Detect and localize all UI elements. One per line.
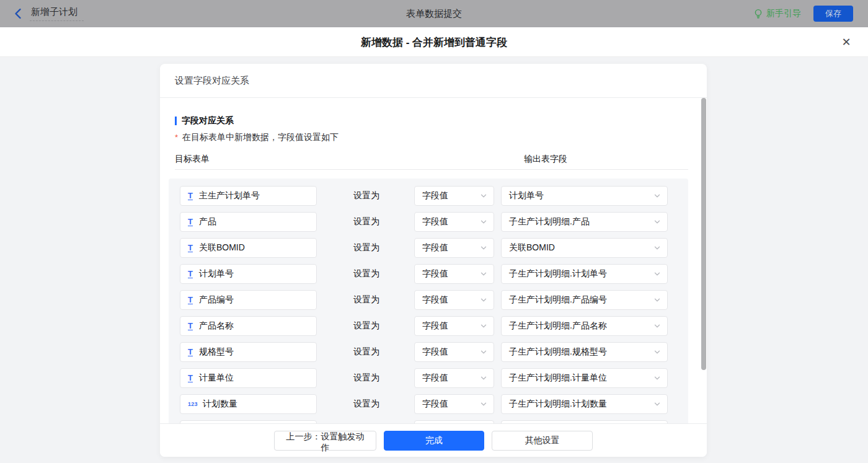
field-mapping-panel: 设置字段对应关系 字段对应关系 * 在目标表单中新增数据，字段值设置如下 目标表…	[160, 64, 707, 457]
value-type-select[interactable]: 字段值	[414, 238, 494, 258]
section-title: 字段对应关系	[182, 115, 234, 126]
target-field-box[interactable]: T规格型号	[180, 342, 317, 362]
output-field-value: 子生产计划明细.产品	[509, 216, 590, 227]
target-field-box[interactable]: T计划单号	[180, 264, 317, 284]
chevron-down-icon	[480, 400, 487, 408]
chevron-down-icon	[653, 192, 661, 200]
value-type-select[interactable]: 字段值	[414, 316, 494, 336]
beginner-guide-link[interactable]: 新手引导	[754, 8, 801, 19]
chevron-down-icon	[653, 322, 661, 330]
chevron-down-icon	[480, 270, 487, 278]
value-type-select[interactable]: 字段值	[414, 186, 494, 206]
target-field-box[interactable]: T产品编号	[180, 290, 317, 310]
set-as-label: 设置为	[353, 287, 379, 313]
set-as-label: 设置为	[353, 365, 379, 391]
chevron-down-icon	[653, 296, 661, 304]
text-field-icon: T	[188, 270, 193, 278]
set-as-label: 设置为	[353, 339, 379, 365]
target-field-label: 计划数量	[203, 399, 237, 410]
value-type-value: 字段值	[422, 346, 448, 358]
number-field-icon: 123	[188, 401, 198, 407]
target-field-box[interactable]: T关联BOMID	[180, 238, 317, 258]
done-button[interactable]: 完成	[384, 431, 484, 451]
target-field-box[interactable]: T产品名称	[180, 316, 317, 336]
target-field-label: 产品	[199, 216, 216, 227]
panel-header: 设置字段对应关系	[160, 64, 707, 98]
target-field-box[interactable]: T主生产计划单号	[180, 186, 317, 206]
target-field-box[interactable]: T计量单位	[180, 368, 317, 388]
value-type-value: 字段值	[422, 190, 448, 201]
value-type-value: 字段值	[422, 242, 448, 254]
target-field-label: 规格型号	[199, 346, 234, 358]
output-field-select[interactable]: 子生产计划明细.产品	[501, 212, 668, 232]
output-field-select[interactable]: 子生产计划明细.计量单位	[501, 368, 668, 388]
output-field-value: 子生产计划明细.计划单号	[509, 268, 607, 280]
target-field-label: 主生产计划单号	[199, 190, 260, 201]
mapping-rows: T主生产计划单号设置为字段值计划单号T产品设置为字段值子生产计划明细.产品T关联…	[169, 179, 688, 423]
target-field-label: 产品编号	[199, 294, 234, 306]
target-field-label: 关联BOMID	[199, 242, 245, 254]
set-as-label: 设置为	[353, 313, 379, 339]
target-field-label: 产品名称	[199, 320, 234, 332]
value-type-select[interactable]: 字段值	[414, 212, 494, 232]
chevron-down-icon	[480, 374, 487, 382]
output-field-value: 关联BOMID	[509, 242, 555, 254]
chevron-down-icon	[480, 296, 487, 304]
target-field-label: 计量单位	[199, 373, 234, 384]
chevron-down-icon	[480, 348, 487, 356]
column-header-divider	[175, 169, 688, 170]
lightbulb-icon	[754, 9, 763, 19]
chevron-down-icon	[653, 270, 661, 278]
mapping-row: T计划单号设置为字段值子生产计划明细.计划单号	[169, 261, 688, 287]
mapping-row	[169, 417, 688, 423]
output-field-select[interactable]: 计划单号	[501, 186, 668, 206]
output-field-select[interactable]: 子生产计划明细.产品名称	[501, 316, 668, 336]
chevron-down-icon	[653, 400, 661, 408]
text-field-icon: T	[188, 296, 193, 304]
mapping-row: T主生产计划单号设置为字段值计划单号	[169, 183, 688, 209]
column-headers: 目标表单 输出表字段	[175, 154, 707, 164]
set-as-label: 设置为	[353, 183, 379, 209]
text-field-icon: T	[188, 322, 193, 330]
mapping-row: T关联BOMID设置为字段值关联BOMID	[169, 235, 688, 261]
guide-label: 新手引导	[766, 8, 801, 19]
chevron-down-icon	[480, 192, 487, 200]
value-type-select[interactable]: 字段值	[414, 368, 494, 388]
target-field-box[interactable]: T产品	[180, 212, 317, 232]
value-type-select[interactable]: 字段值	[414, 290, 494, 310]
output-field-select[interactable]: 子生产计划明细.规格型号	[501, 342, 668, 362]
value-type-value: 字段值	[422, 268, 448, 280]
chevron-down-icon	[653, 244, 661, 252]
output-field-select[interactable]: 子生产计划明细.计划单号	[501, 264, 668, 284]
output-field-value: 子生产计划明细.计量单位	[509, 373, 607, 384]
vertical-scrollbar[interactable]	[701, 98, 706, 370]
output-field-value: 子生产计划明细.计划数量	[509, 399, 607, 410]
panel-footer: 上一步：设置触发动作 完成 其他设置	[160, 423, 707, 457]
chevron-down-icon	[653, 218, 661, 226]
text-field-icon: T	[188, 192, 193, 200]
output-field-value: 计划单号	[509, 190, 544, 201]
value-type-select[interactable]: 字段值	[414, 394, 494, 414]
mapping-row: T产品编号设置为字段值子生产计划明细.产品编号	[169, 287, 688, 313]
set-as-label: 设置为	[353, 261, 379, 287]
text-field-icon: T	[188, 374, 193, 382]
other-settings-button[interactable]: 其他设置	[492, 431, 593, 451]
required-mark: *	[175, 133, 178, 142]
chevron-down-icon	[653, 374, 661, 382]
dialog-titlebar: 新增数据 - 合并新增到普通字段 ✕	[0, 27, 868, 57]
chevron-down-icon	[480, 244, 487, 252]
target-field-box[interactable]: 123计划数量	[180, 394, 317, 414]
value-type-select[interactable]: 字段值	[414, 264, 494, 284]
close-icon[interactable]: ✕	[839, 35, 853, 49]
text-field-icon: T	[188, 348, 193, 356]
chevron-down-icon	[480, 322, 487, 330]
previous-step-button[interactable]: 上一步：设置触发动作	[274, 431, 376, 451]
output-field-select[interactable]: 子生产计划明细.计划数量	[501, 394, 668, 414]
value-type-value: 字段值	[422, 294, 448, 306]
set-as-label: 设置为	[353, 391, 379, 417]
value-type-select[interactable]: 字段值	[414, 342, 494, 362]
output-field-select[interactable]: 关联BOMID	[501, 238, 668, 258]
save-button[interactable]: 保存	[813, 6, 853, 22]
output-field-select[interactable]: 子生产计划明细.产品编号	[501, 290, 668, 310]
section-description: 在目标表单中新增数据，字段值设置如下	[182, 132, 339, 143]
